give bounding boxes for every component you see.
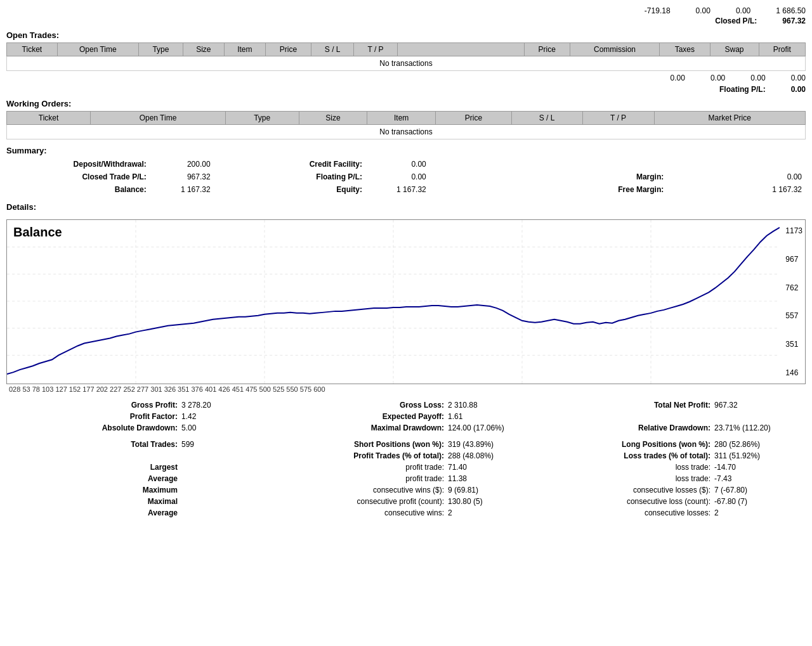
col-open-time: Open Time: [57, 43, 138, 56]
col-empty: [397, 43, 524, 56]
total-trades-label: Total Trades:: [6, 440, 178, 449]
max-consec-losses-label: consecutive losses ($):: [539, 486, 710, 494]
stats-row-9: Maximal consecutive profit (count): 130.…: [6, 497, 806, 506]
y-label-5: 351: [785, 340, 802, 349]
col-sl: S / L: [311, 43, 354, 56]
col-taxes: Taxes: [660, 43, 710, 56]
total-net-profit-val: 967.32: [710, 401, 806, 410]
max-consec-wins-label: consecutive wins ($):: [273, 486, 444, 494]
average2-label: Average: [6, 508, 178, 517]
col-commission: Commission: [570, 43, 659, 56]
maximal-label: Maximal: [6, 497, 178, 506]
max-consec-profit-val: 130.80 (5): [444, 497, 539, 506]
avg-consec-wins-label: consecutive wins:: [273, 508, 444, 517]
summary-section: Summary: Deposit/Withdrawal: 200.00 Cred…: [6, 146, 806, 196]
gross-profit-label: Gross Profit:: [6, 401, 178, 410]
max-consec-loss-val: -67.80 (7): [710, 497, 806, 506]
floating-pl-label: Floating P/L:: [719, 85, 766, 94]
largest-label: Largest: [6, 463, 178, 472]
sub-v3: 0.00: [750, 74, 765, 82]
col-swap: Swap: [710, 43, 759, 56]
max-consec-wins-val: 9 (69.81): [444, 486, 539, 494]
sum-dep-val: 200.00: [150, 158, 214, 171]
max-dd-label: Maximal Drawdown:: [273, 423, 444, 432]
details-title: Details:: [6, 202, 806, 212]
y-label-1: 1173: [785, 226, 802, 235]
loss-trades-val: 311 (51.92%): [710, 451, 806, 460]
col-item: Item: [224, 43, 265, 56]
sub-v2: 0.00: [710, 74, 725, 82]
wo-market-price: Market Price: [654, 112, 805, 125]
long-pos-val: 280 (52.86%): [710, 440, 806, 449]
balance-chart: Balance 1173 967 762: [6, 219, 806, 384]
sub-v4: 0.00: [791, 74, 806, 82]
avg-consec-losses-val: 2: [710, 508, 806, 517]
average-label: Average: [6, 474, 178, 483]
abs-dd-val: 5.00: [178, 423, 273, 432]
abs-dd-label: Absolute Drawdown:: [6, 423, 178, 432]
top-v3: 0.00: [736, 6, 750, 15]
summary-title: Summary:: [6, 146, 806, 155]
stats-row-5: Profit Trades (% of total): 288 (48.08%)…: [6, 451, 806, 460]
floating-pl-value: 0.00: [791, 85, 806, 94]
avg-profit-label: profit trade:: [273, 474, 444, 483]
summary-table: Deposit/Withdrawal: 200.00 Credit Facili…: [6, 158, 806, 196]
sum-fm-label: Free Margin:: [470, 183, 668, 196]
y-label-3: 762: [785, 283, 802, 292]
details-section: Details: Balance 1173: [6, 202, 806, 517]
max-dd-val: 124.00 (17.06%): [444, 423, 539, 432]
total-trades-val: 599: [178, 440, 273, 449]
working-orders-no-tx: No transactions: [7, 125, 806, 139]
rel-dd-label: Relative Drawdown:: [539, 423, 710, 432]
avg-loss-val: -7.43: [710, 474, 806, 483]
gross-loss-val: 2 310.88: [444, 401, 539, 410]
profit-factor-val: 1.42: [178, 412, 273, 421]
wo-size: Size: [299, 112, 367, 125]
col-type: Type: [139, 43, 183, 56]
top-v4: 1 686.50: [776, 6, 806, 15]
stats-row-2: Absolute Drawdown: 5.00 Maximal Drawdown…: [6, 423, 806, 432]
col-tp: T / P: [354, 43, 397, 56]
wo-sl: S / L: [511, 112, 582, 125]
stats-row-4: Total Trades: 599 Short Positions (won %…: [6, 440, 806, 449]
total-net-profit-label: Total Net Profit:: [539, 401, 710, 410]
sum-margin-label: Margin:: [470, 171, 668, 183]
sub-v1: 0.00: [671, 74, 685, 82]
open-trades-no-tx: No transactions: [7, 56, 806, 71]
wo-type: Type: [225, 112, 299, 125]
avg-consec-wins-val: 2: [444, 508, 539, 517]
profit-trades-val: 288 (48.08%): [444, 451, 539, 460]
col-price2: Price: [524, 43, 570, 56]
stats-row-7: Average profit trade: 11.38 loss trade: …: [6, 474, 806, 483]
sum-eq-label: Equity:: [254, 183, 366, 196]
closed-pl-value: 967.32: [782, 16, 806, 25]
wo-tp: T / P: [582, 112, 654, 125]
maximum-label: Maximum: [6, 486, 178, 494]
largest-profit-val: 71.40: [444, 463, 539, 472]
col-size: Size: [183, 43, 224, 56]
avg-loss-label: loss trade:: [539, 474, 710, 483]
open-trades-subtotal: 0.00 0.00 0.00 0.00: [6, 74, 806, 82]
stats-grid: Gross Profit: 3 278.20 Gross Loss: 2 310…: [6, 401, 806, 517]
sum-ctpl-label: Closed Trade P/L:: [6, 171, 150, 183]
loss-trades-label: Loss trades (% of total):: [539, 451, 710, 460]
open-trades-table: Ticket Open Time Type Size Item Price S …: [6, 42, 806, 71]
largest-loss-val: -14.70: [710, 463, 806, 472]
wo-ticket: Ticket: [7, 112, 91, 125]
y-label-4: 557: [785, 311, 802, 320]
working-orders-table: Ticket Open Time Type Size Item Price S …: [6, 111, 806, 139]
short-pos-val: 319 (43.89%): [444, 440, 539, 449]
avg-profit-val: 11.38: [444, 474, 539, 483]
sum-eq-val: 1 167.32: [366, 183, 430, 196]
max-consec-profit-label: consecutive profit (count):: [273, 497, 444, 506]
wo-open-time: Open Time: [91, 112, 226, 125]
wo-price: Price: [436, 112, 512, 125]
largest-profit-label: profit trade:: [273, 463, 444, 472]
sum-cf-val: 0.00: [366, 158, 430, 171]
max-consec-losses-val: 7 (-67.80): [710, 486, 806, 494]
sum-bal-val: 1 167.32: [150, 183, 214, 196]
top-v2: 0.00: [696, 6, 710, 15]
sum-fm-val: 1 167.32: [667, 183, 806, 196]
short-pos-label: Short Positions (won %):: [273, 440, 444, 449]
largest-loss-label: loss trade:: [539, 463, 710, 472]
